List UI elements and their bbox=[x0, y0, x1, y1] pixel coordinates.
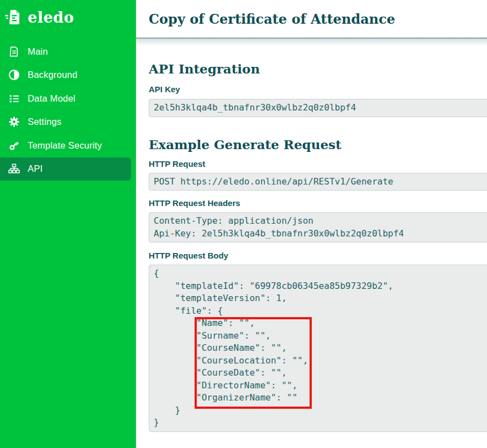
sidebar-item-label: Template Security bbox=[28, 140, 102, 151]
sidebar-item-main[interactable]: Main bbox=[0, 40, 136, 64]
api-integration-heading: API Integration bbox=[149, 61, 487, 77]
page-header: Copy of Certificate of Attendance bbox=[136, 0, 487, 39]
main-content: Copy of Certificate of Attendance API In… bbox=[136, 0, 487, 448]
app-logo[interactable]: eledo bbox=[0, 0, 136, 33]
http-request-headers-value: Content-Type: application/json Api-Key: … bbox=[154, 215, 487, 240]
api-key-label: API Key bbox=[149, 85, 487, 94]
sidebar: eledo Main Background bbox=[0, 0, 136, 448]
http-request-label: HTTP Request bbox=[149, 159, 487, 169]
http-request-body-value: { "templateId": "69978cb06345ea85b97329b… bbox=[154, 267, 487, 429]
sitemap-icon bbox=[7, 163, 21, 175]
sidebar-item-label: API bbox=[28, 164, 43, 174]
sidebar-item-api[interactable]: API bbox=[0, 157, 131, 181]
sidebar-item-template-security[interactable]: Template Security bbox=[0, 134, 136, 157]
http-request-box[interactable]: POST https://eledo.online/api/RESTv1/Gen… bbox=[149, 173, 487, 191]
http-request-value: POST https://eledo.online/api/RESTv1/Gen… bbox=[154, 176, 487, 188]
sidebar-item-label: Main bbox=[28, 46, 48, 57]
sidebar-item-label: Settings bbox=[28, 117, 61, 127]
http-request-headers-label: HTTP Request Headers bbox=[149, 198, 487, 208]
http-request-body-box[interactable]: { "templateId": "69978cb06345ea85b97329b… bbox=[149, 265, 487, 432]
sidebar-item-data-model[interactable]: Data Model bbox=[0, 87, 136, 110]
document-icon bbox=[7, 46, 21, 57]
http-request-headers-box[interactable]: Content-Type: application/json Api-Key: … bbox=[149, 212, 487, 243]
sidebar-item-settings[interactable]: Settings bbox=[0, 110, 136, 134]
gear-icon bbox=[7, 116, 21, 128]
eledo-document-logo-icon bbox=[5, 8, 23, 28]
sidebar-item-background[interactable]: Background bbox=[0, 64, 136, 87]
app-name: eledo bbox=[28, 9, 74, 26]
http-request-body-label: HTTP Request Body bbox=[149, 251, 487, 261]
api-key-box[interactable]: 2el5h3klqa4b_tbnafnr30x0wlbz2q0z0lbpf4 bbox=[149, 99, 487, 117]
sidebar-item-label: Background bbox=[28, 70, 77, 80]
sidebar-item-label: Data Model bbox=[28, 93, 75, 104]
key-icon bbox=[7, 140, 21, 151]
content-area: API Integration API Key 2el5h3klqa4b_tbn… bbox=[136, 61, 487, 432]
page-title: Copy of Certificate of Attendance bbox=[149, 11, 395, 27]
example-request-heading: Example Generate Request bbox=[149, 136, 487, 153]
list-icon bbox=[7, 93, 21, 104]
api-key-value: 2el5h3klqa4b_tbnafnr30x0wlbz2q0z0lbpf4 bbox=[154, 102, 487, 114]
contrast-icon bbox=[7, 69, 21, 81]
sidebar-nav: Main Background Data Model bbox=[0, 40, 136, 181]
